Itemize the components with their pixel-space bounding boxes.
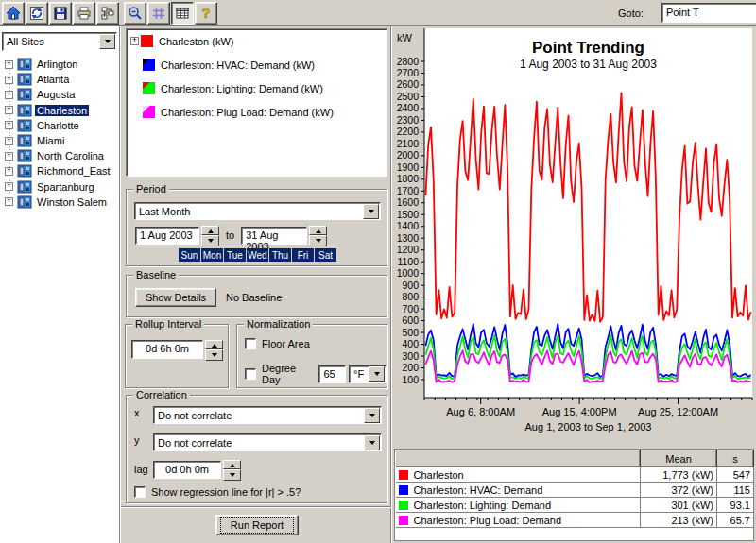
show-details-button[interactable]: Show Details: [135, 288, 216, 307]
name-cell: Charleston: Lighting: Demand: [396, 498, 641, 513]
series-swatch-icon: [399, 485, 408, 495]
site-label[interactable]: North Carolina: [35, 150, 106, 161]
tree-item-charleston[interactable]: Charleston: [0, 103, 120, 118]
legend-item[interactable]: Charleston: Plug Load: Demand (kW): [127, 100, 387, 124]
day-toggle-fri[interactable]: Fri: [292, 248, 314, 262]
legend-item[interactable]: Charleston: HVAC: Demand (kW): [127, 53, 387, 76]
site-label[interactable]: Winston Salem: [35, 196, 109, 208]
refresh-button[interactable]: [26, 2, 48, 25]
site-label[interactable]: Miami: [35, 135, 66, 146]
chevron-down-icon[interactable]: [363, 204, 379, 219]
tree-item-winston-salem[interactable]: Winston Salem: [0, 195, 120, 210]
degree-unit-combobox[interactable]: °F: [349, 365, 387, 383]
site-label[interactable]: Atlanta: [35, 74, 71, 85]
chevron-down-icon[interactable]: [369, 366, 385, 382]
floor-area-checkbox[interactable]: [245, 338, 256, 349]
svg-text:1900: 1900: [397, 161, 420, 173]
tree-item-arlington[interactable]: Arlington: [0, 57, 120, 72]
correlation-x-label: x: [134, 407, 140, 418]
tree-item-augusta[interactable]: Augusta: [0, 87, 120, 102]
site-label[interactable]: Charleston: [35, 105, 89, 116]
legend-item[interactable]: Charleston (kW): [127, 29, 387, 53]
goto-combobox[interactable]: Point T: [662, 3, 756, 23]
spin-up-icon[interactable]: [201, 226, 219, 235]
zoom-button[interactable]: [124, 2, 146, 25]
correlation-y-combobox[interactable]: Do not correlate: [153, 433, 382, 451]
expand-plus-icon[interactable]: [5, 91, 13, 99]
svg-text:2000: 2000: [397, 149, 420, 161]
period-to-stepper[interactable]: [309, 226, 327, 245]
grid-button[interactable]: [147, 2, 170, 25]
tree-item-north-carolina[interactable]: North Carolina: [0, 148, 120, 163]
regression-checkbox[interactable]: [134, 486, 146, 498]
tree-item-richmond-east[interactable]: Richmond_East: [0, 163, 120, 178]
day-toggle-wed[interactable]: Wed: [247, 248, 268, 262]
expand-plus-icon[interactable]: [5, 167, 13, 176]
site-building-icon: [17, 195, 32, 209]
refresh-icon: [29, 6, 44, 21]
home-button[interactable]: [2, 2, 25, 25]
spin-down-icon[interactable]: [223, 469, 241, 481]
svg-text:900: 900: [402, 280, 419, 291]
spin-up-icon[interactable]: [205, 340, 223, 349]
chevron-down-icon[interactable]: [364, 435, 380, 450]
period-from-field[interactable]: 1 Aug 2003: [135, 227, 199, 245]
spin-up-icon[interactable]: [309, 226, 327, 235]
rollup-group: Rollup Interval 0d 6h 0m: [125, 324, 229, 388]
series-swatch-icon: [399, 470, 408, 480]
tree-item-charlotte[interactable]: Charlotte: [0, 118, 120, 133]
spin-down-icon[interactable]: [309, 235, 327, 246]
rollup-stepper[interactable]: [205, 340, 223, 359]
tree-item-spartanburg[interactable]: Spartanburg: [0, 179, 120, 195]
svg-text:2100: 2100: [397, 138, 420, 149]
expand-plus-icon[interactable]: [5, 121, 13, 129]
expand-plus-icon[interactable]: [5, 60, 13, 69]
day-toggle-sun[interactable]: Sun: [179, 248, 200, 262]
run-report-button[interactable]: Run Report: [215, 515, 299, 535]
expand-plus-icon[interactable]: [5, 106, 13, 114]
degree-day-value-field[interactable]: 65: [318, 365, 346, 383]
site-label[interactable]: Arlington: [35, 59, 79, 70]
rollup-group-label: Rollup Interval: [132, 318, 204, 330]
lag-field[interactable]: 0d 0h 0m: [153, 461, 221, 479]
site-label[interactable]: Spartanburg: [35, 181, 96, 193]
help-button[interactable]: ?: [195, 2, 217, 25]
site-filter-combobox[interactable]: All Sites: [2, 32, 117, 51]
period-to-field[interactable]: 31 Aug 2003: [241, 227, 307, 245]
correlation-x-combobox[interactable]: Do not correlate: [153, 406, 382, 424]
spin-down-icon[interactable]: [205, 349, 223, 361]
expand-plus-icon[interactable]: [5, 197, 13, 206]
expand-plus-icon[interactable]: [5, 182, 13, 191]
degree-day-checkbox[interactable]: [245, 368, 256, 380]
print-button[interactable]: [73, 2, 95, 25]
svg-text:1 Aug 2003 to 31 Aug 2003: 1 Aug 2003 to 31 Aug 2003: [520, 58, 657, 71]
day-toggle-sat[interactable]: Sat: [315, 248, 336, 262]
table-icon: [175, 6, 190, 21]
chevron-down-icon[interactable]: [99, 34, 115, 49]
legend-item[interactable]: Charleston: Lighting: Demand (kW): [127, 76, 387, 100]
period-preset-combobox[interactable]: Last Month: [134, 202, 381, 220]
tree-item-miami[interactable]: Miami: [0, 133, 120, 148]
expand-plus-icon[interactable]: [5, 152, 13, 161]
site-label[interactable]: Augusta: [35, 89, 77, 100]
svg-text:1600: 1600: [397, 196, 420, 208]
save-button[interactable]: [49, 2, 72, 25]
chevron-down-icon[interactable]: [364, 408, 380, 423]
lag-stepper[interactable]: [223, 460, 241, 479]
day-toggle-tue[interactable]: Tue: [224, 248, 246, 262]
site-label[interactable]: Charlotte: [35, 120, 81, 131]
site-label[interactable]: Richmond_East: [35, 165, 112, 177]
table-view-button[interactable]: [171, 2, 194, 25]
day-toggle-mon[interactable]: Mon: [201, 248, 223, 262]
table-row: Charleston: Plug Load: Demand213 (kW)65.…: [396, 513, 754, 528]
sites-tree-button[interactable]: [96, 2, 119, 25]
expand-plus-icon[interactable]: [5, 137, 13, 145]
day-toggle-thu[interactable]: Thu: [269, 248, 291, 262]
spin-up-icon[interactable]: [223, 460, 241, 469]
rollup-interval-field[interactable]: 0d 6h 0m: [131, 340, 203, 359]
expand-plus-icon[interactable]: [130, 37, 139, 45]
period-from-stepper[interactable]: [201, 226, 219, 245]
tree-item-atlanta[interactable]: Atlanta: [0, 72, 120, 87]
spin-down-icon[interactable]: [201, 235, 219, 246]
expand-plus-icon[interactable]: [5, 76, 13, 84]
